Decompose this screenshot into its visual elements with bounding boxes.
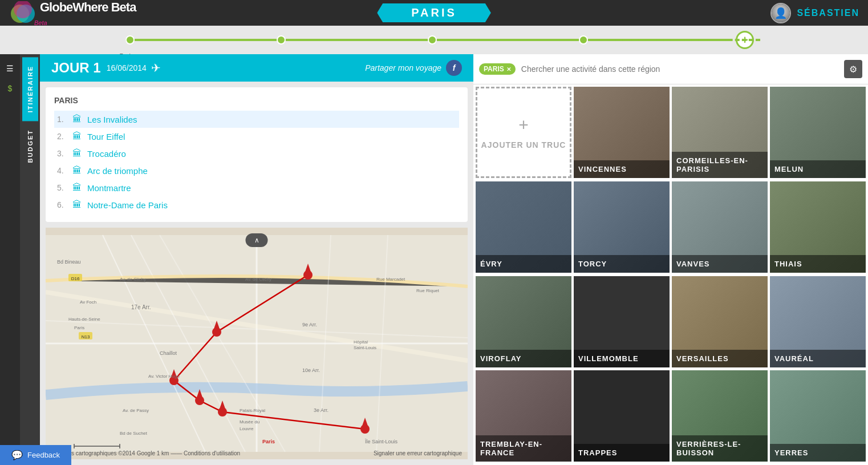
svg-text:Hauts-de-Seine: Hauts-de-Seine: [68, 317, 100, 322]
plane-icon: ✈: [151, 61, 161, 75]
map-area[interactable]: Bd Bineau Hauts-de-Seine Paris Chaillot …: [46, 228, 468, 459]
svg-text:Musée du: Musée du: [240, 419, 259, 424]
timeline-dot-paris[interactable]: Paris: [125, 35, 135, 45]
activity-card-evry[interactable]: ÉVRY: [476, 181, 571, 273]
activity-card-cormeilles[interactable]: CORMEILLES-EN-PARISIS: [672, 87, 768, 178]
poi-icon-3: 🏛: [71, 148, 83, 159]
itinerary-item-1[interactable]: 1. 🏛 Les Invalides: [54, 111, 459, 128]
feedback-icon: 💬: [11, 450, 23, 460]
card-label-yerres: YERRES: [770, 444, 866, 462]
activity-card-yerres[interactable]: YERRES: [770, 370, 866, 462]
svg-text:Av. de Clichy: Av. de Clichy: [120, 277, 146, 282]
activity-card-melun[interactable]: MELUN: [770, 87, 866, 178]
map-collapse-button[interactable]: ∧: [246, 233, 268, 247]
feedback-label: Feedback: [27, 451, 60, 459]
activity-card-versailles[interactable]: VERSAILLES: [672, 276, 768, 367]
svg-text:Av. Victor Hugo: Av. Victor Hugo: [148, 374, 180, 379]
activity-card-torcy[interactable]: TORCY: [574, 181, 670, 273]
timeline-dot-4[interactable]: [579, 35, 588, 45]
svg-text:Paris: Paris: [262, 439, 275, 444]
search-tag-label: PARIS: [484, 65, 504, 73]
timeline-dashed: [597, 39, 760, 41]
itinerary-item-6[interactable]: 6. 🏛 Notre-Dame de Paris: [54, 196, 459, 213]
card-label-trappes: TRAPPES: [574, 444, 670, 462]
svg-text:Av. de Passy: Av. de Passy: [123, 408, 149, 413]
itinerary-item-5[interactable]: 5. 🏛 Montmartre: [54, 179, 459, 196]
svg-text:Louvre: Louvre: [240, 426, 254, 431]
avatar[interactable]: 👤: [770, 3, 791, 23]
add-activity-card[interactable]: + AJOUTER UN TRUC: [476, 87, 571, 178]
item-name-6: Notre-Dame de Paris: [87, 200, 168, 210]
item-num-4: 4.: [57, 166, 71, 175]
card-label-versailles: VERSAILLES: [672, 350, 768, 367]
trip-panel: JOUR 1 16/06/2014 ✈ Partager mon voyage …: [40, 54, 473, 465]
day-info: JOUR 1 16/06/2014 ✈: [51, 60, 161, 76]
itinerary-section: PARIS 1. 🏛 Les Invalides 2. 🏛 Tour Eiffe…: [46, 87, 468, 222]
svg-text:Bd de Suchet: Bd de Suchet: [120, 431, 148, 436]
nav-icon-menu[interactable]: ☰: [2, 60, 19, 77]
svg-text:17e Arr.: 17e Arr.: [131, 304, 151, 310]
tab-itineraire[interactable]: ITINÉRAIRE: [22, 57, 38, 121]
svg-text:9e Arr.: 9e Arr.: [302, 322, 317, 327]
activity-card-vaureal[interactable]: VAURÉAL: [770, 276, 866, 367]
item-num-5: 5.: [57, 183, 71, 192]
itinerary-item-3[interactable]: 3. 🏛 Trocadéro: [54, 145, 459, 162]
main-content: ☰ $ ITINÉRAIRE BUDGET JOUR 1 16/06/2014 …: [0, 54, 868, 465]
facebook-icon[interactable]: f: [446, 60, 462, 76]
timeline-dot-3[interactable]: [428, 35, 437, 45]
svg-text:Av Foch: Av Foch: [80, 300, 96, 305]
user-name[interactable]: SÉBASTIEN: [797, 8, 859, 18]
search-tag-paris: PARIS ✕: [479, 63, 516, 75]
activity-card-tremblay[interactable]: TREMBLAY-EN-FRANCE: [476, 370, 571, 462]
tab-budget[interactable]: BUDGET: [22, 121, 38, 171]
activity-card-vanves[interactable]: VANVES: [672, 181, 768, 273]
search-settings-icon[interactable]: ⚙: [844, 60, 862, 78]
timeline-bar: Paris +: [0, 26, 868, 54]
itinerary-city: PARIS: [54, 96, 459, 105]
item-name-3: Trocadéro: [87, 149, 126, 159]
nav-icon-budget[interactable]: $: [2, 80, 19, 97]
share-button[interactable]: Partager mon voyage f: [365, 60, 462, 76]
svg-text:3e Arr.: 3e Arr.: [314, 407, 328, 413]
card-label-cormeilles: CORMEILLES-EN-PARISIS: [672, 152, 768, 178]
activity-card-verrieres[interactable]: VERRIÈRES-LE-BUISSON: [672, 370, 768, 462]
svg-text:Hôpital: Hôpital: [354, 339, 368, 345]
activity-card-villemomble[interactable]: VILLEMOMBLE: [574, 276, 670, 367]
feedback-button[interactable]: 💬 Feedback: [0, 445, 71, 465]
logo-text: GlobeWhere Beta: [40, 0, 136, 15]
item-name-4: Arc de triomphe: [87, 166, 148, 176]
poi-icon-4: 🏛: [71, 165, 83, 176]
poi-icon-2: 🏛: [71, 131, 83, 141]
poi-icon-6: 🏛: [71, 200, 83, 210]
svg-text:Palais-Royal: Palais-Royal: [240, 408, 265, 413]
svg-text:Rue Riquet: Rue Riquet: [416, 288, 440, 293]
card-label-verrieres: VERRIÈRES-LE-BUISSON: [672, 435, 768, 462]
timeline-dot-2[interactable]: [277, 35, 286, 45]
activity-card-vincennes[interactable]: VINCENNES: [574, 87, 670, 178]
city-title: PARIS: [377, 3, 491, 22]
search-input[interactable]: [521, 64, 838, 74]
item-name-5: Montmartre: [87, 183, 131, 193]
item-num-2: 2.: [57, 132, 71, 141]
user-section: 👤 SÉBASTIEN: [770, 3, 859, 23]
map-footer-right[interactable]: Signaler une erreur cartographique: [374, 450, 462, 456]
svg-text:Saint-Louis: Saint-Louis: [354, 345, 376, 350]
search-tag-close[interactable]: ✕: [506, 66, 511, 72]
activity-card-trappes[interactable]: TRAPPES: [574, 370, 670, 462]
itinerary-item-4[interactable]: 4. 🏛 Arc de triomphe: [54, 162, 459, 179]
card-label-torcy: TORCY: [574, 255, 670, 273]
item-num-6: 6.: [57, 200, 71, 209]
svg-text:Rue Marcadet: Rue Marcadet: [376, 277, 405, 282]
itinerary-item-2[interactable]: 2. 🏛 Tour Eiffel: [54, 128, 459, 145]
poi-icon-5: 🏛: [71, 183, 83, 193]
left-tabs: ☰ $: [0, 54, 20, 465]
activity-card-viroflay[interactable]: VIROFLAY: [476, 276, 571, 367]
avatar-img: 👤: [772, 4, 790, 22]
chevron-up-icon: ∧: [254, 236, 259, 244]
item-num-3: 3.: [57, 149, 71, 158]
card-label-villemomble: VILLEMOMBLE: [574, 350, 670, 367]
day-date: 16/06/2014: [107, 63, 147, 72]
activity-card-thiais[interactable]: THIAIS: [770, 181, 866, 273]
card-label-viroflay: VIROFLAY: [476, 350, 571, 367]
logo-beta: Beta: [34, 19, 136, 26]
